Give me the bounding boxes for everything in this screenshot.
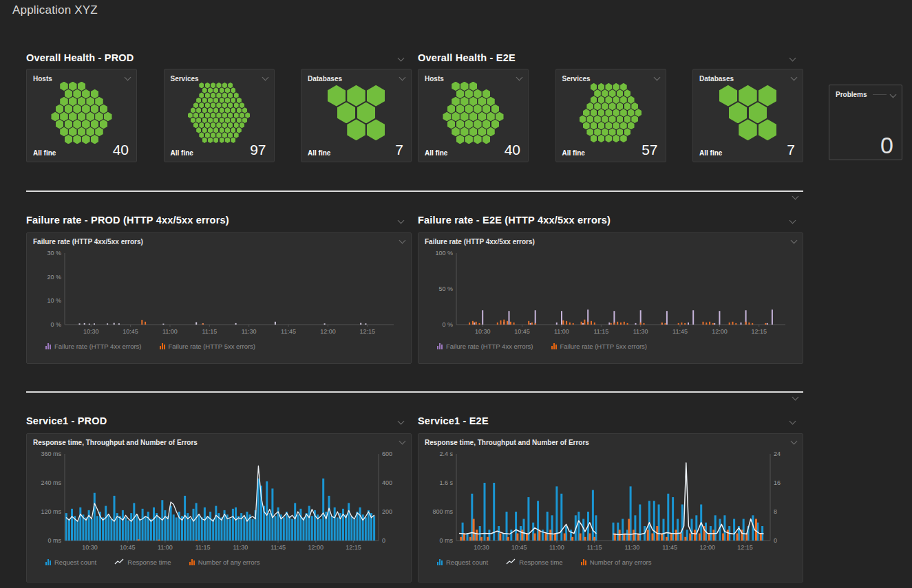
hexagon [216,132,221,138]
chevron-down-icon[interactable] [398,54,405,61]
hexagon [188,112,193,118]
health-e2e-section: Overall Health - E2E Hosts All fine 40 [418,45,803,162]
chevron-down-icon[interactable] [516,74,523,81]
chevron-down-icon[interactable] [890,91,897,98]
svg-text:24: 24 [774,450,781,457]
svg-text:11:30: 11:30 [624,544,639,551]
chart-legend: Failure rate (HTTP 4xx errors)Failure ra… [45,340,405,352]
chevron-down-icon[interactable] [399,237,406,244]
service-chart-prod[interactable]: 0 ms120 ms240 ms360 ms020040060010:3010:… [33,448,403,553]
hexagon [51,112,59,122]
tile-title: Problems [836,91,867,98]
chevron-down-icon[interactable] [125,74,131,81]
svg-text:11:30: 11:30 [233,544,248,551]
hexagon [583,122,590,129]
hexagon [460,112,469,122]
chevron-down-icon[interactable] [789,217,796,224]
health-tile-services-prod[interactable]: Services All fine 97 [164,69,275,162]
hexagon [78,127,86,137]
health-tile-hosts-e2e[interactable]: Hosts All fine 40 [418,69,529,162]
hexagon [199,132,204,138]
hexagon [225,127,230,133]
legend-item: Number of any errors [189,558,260,566]
hexagon [231,87,235,93]
failure-chart-tile-e2e[interactable]: Failure rate (HTTP 4xx/5xx errors) 0 %50… [418,232,803,364]
hexagon [605,135,612,142]
svg-text:8: 8 [774,508,777,515]
svg-text:0 %: 0 % [50,321,61,328]
hexagon [91,89,99,99]
hexagon [222,83,227,88]
service-chart-tile-prod[interactable]: Response time, Throughput and Number of … [26,433,412,582]
hexagon [620,96,627,104]
hexagon [95,112,103,122]
section-header-failure-prod: Failure rate - PROD (HTTP 4xx/5xx errors… [26,213,412,227]
health-tile-databases-prod[interactable]: Databases All fine 7 [301,69,412,162]
hexagon [602,89,608,97]
hexagon [628,122,635,129]
chevron-down-icon[interactable] [791,438,798,445]
service-chart-tile-e2e[interactable]: Response time, Throughput and Number of … [418,433,803,582]
chevron-down-icon[interactable] [399,74,406,81]
status-label: All fine [699,149,722,157]
chevron-down-icon[interactable] [398,417,405,424]
hexagon [482,105,491,114]
chevron-down-icon[interactable] [791,237,798,244]
chevron-down-icon[interactable] [789,417,796,424]
failure-chart-tile-prod[interactable]: Failure rate (HTTP 4xx/5xx errors) 0 %10… [26,232,412,364]
legend-item: Failure rate (HTTP 5xx errors) [551,342,648,350]
failure-rate-chart-e2e[interactable]: 0 %50 %100 %10:3010:4511:0011:1511:3011:… [425,248,795,337]
chevron-down-icon[interactable] [789,54,796,61]
chevron-down-icon[interactable] [399,438,406,445]
hexagon [208,118,213,123]
chevron-down-icon[interactable] [792,193,799,200]
svg-text:11:15: 11:15 [587,544,602,551]
hexagon [598,109,605,116]
hexagon [496,112,504,122]
chevron-down-icon[interactable] [792,394,799,401]
hexagon [739,85,756,107]
problems-tile[interactable]: Problems 0 [829,85,902,160]
hexagon [739,119,756,140]
hexagon [245,112,250,118]
hexagon [719,85,737,107]
hexagon [620,135,627,142]
hexagon [613,83,619,91]
hexagon [82,89,90,99]
hexagon [759,85,776,107]
hexagon [729,102,747,124]
hexagon [605,83,612,91]
hexagon [196,107,201,113]
health-tile-databases-e2e[interactable]: Databases All fine 7 [692,69,803,162]
hexagon [620,83,627,91]
hexagon [591,109,597,116]
failure-rate-chart-prod[interactable]: 0 %10 %20 %30 %10:3010:4511:0011:1511:30… [33,248,403,337]
chevron-down-icon[interactable] [262,74,268,81]
service-chart-e2e[interactable]: 0 ms800 ms1.6 s2.4 s08162410:3010:4511:0… [425,448,795,553]
hexagon [69,97,77,107]
hexagon [624,128,631,135]
hexagon [620,109,627,116]
hexagon [460,127,469,137]
entity-count: 57 [641,142,657,157]
tile-title: Failure rate (HTTP 4xx/5xx errors) [425,238,535,246]
hexagon [220,98,224,103]
hexagon [196,118,201,123]
hexagon [65,120,73,129]
hexagon [749,102,767,124]
health-tile-hosts-prod[interactable]: Hosts All fine 40 [26,69,137,162]
hexagon [482,89,491,99]
hexagon [220,107,224,113]
chevron-down-icon[interactable] [398,217,405,224]
hexagon [242,118,247,123]
hexagon [205,102,210,108]
hexagon [478,127,486,137]
chevron-down-icon[interactable] [653,74,660,81]
hexagon [78,112,86,122]
chevron-down-icon[interactable] [791,74,798,81]
svg-text:600: 600 [382,450,392,457]
honeycomb [556,79,666,146]
health-tile-services-e2e[interactable]: Services All fine 57 [555,69,666,162]
bar-chart-icon [551,342,557,349]
svg-text:400: 400 [382,479,392,486]
